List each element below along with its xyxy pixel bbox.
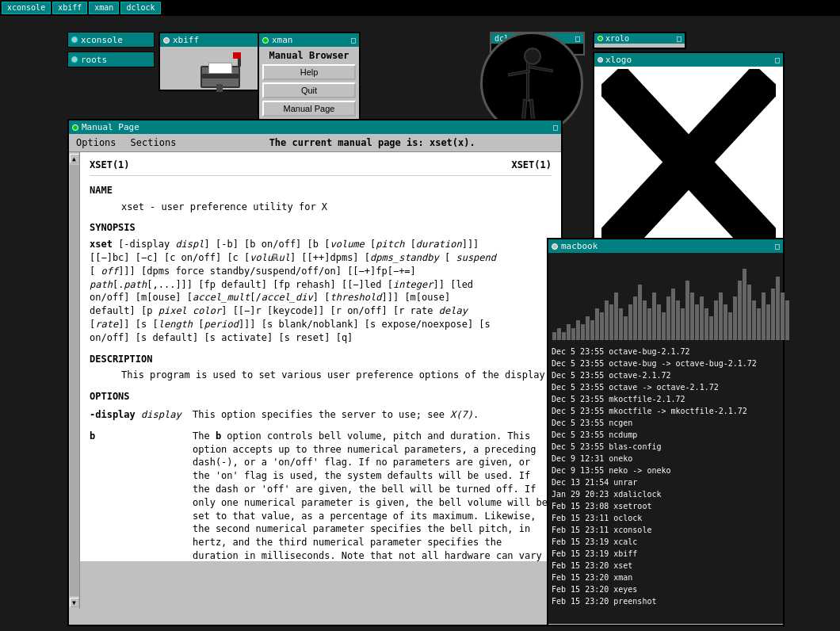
chart-bar [643, 300, 647, 340]
manual-page-window: Manual Page □ Options Sections The curre… [67, 119, 563, 626]
xrolo-dot [598, 36, 603, 41]
name-header: NAME [90, 184, 552, 197]
log-entry: Dec 5 23:55 mkoctfile -> mkoctfile-2.1.7… [552, 405, 780, 417]
xbiff-title: xbiff [173, 35, 199, 45]
manual-page-button[interactable]: Manual Page [262, 101, 356, 117]
manual-page-titlebar: Manual Page □ [69, 120, 561, 134]
xman-label: Manual Browser [262, 50, 356, 61]
taskbar-xbiff[interactable]: xbiff [52, 2, 87, 14]
xlogo-title-text: xlogo [605, 55, 632, 65]
roots-titlebar: roots [68, 52, 154, 67]
chart-bar [657, 304, 661, 340]
log-entry: Jan 29 20:23 xdaliclock [552, 488, 780, 500]
log-entry: Dec 5 23:55 octave-bug-2.1.72 [552, 346, 780, 358]
chart-bar [676, 300, 680, 340]
xlogo-expand-icon[interactable]: □ [775, 55, 780, 64]
name-section: NAME xset - user preference utility for … [90, 184, 552, 214]
macbook-body: Dec 5 23:55 octave-bug-2.1.72Dec 5 23:55… [548, 253, 783, 624]
chart-bar [666, 296, 670, 340]
chart-bar [690, 293, 694, 340]
macbook-chart [548, 261, 783, 340]
chart-bar [704, 308, 708, 340]
scroll-down-btn[interactable]: ▼ [70, 598, 79, 607]
b-option-desc: The b option controls bell volume, pitch… [193, 430, 552, 561]
chart-bar [624, 316, 628, 340]
scroll-up-btn[interactable]: ▲ [70, 154, 79, 163]
xconsole-dot [71, 36, 78, 43]
xrolo-expand-icon[interactable]: □ [677, 34, 682, 43]
log-entry: Dec 9 12:31 oneko [552, 453, 780, 465]
chart-bar [652, 293, 656, 340]
chart-bar [600, 312, 604, 340]
xman-browser-window: xman □ Manual Browser Help Quit Manual P… [258, 32, 361, 127]
xman-body: Manual Browser Help Quit Manual Page [259, 47, 359, 122]
xrolo-window: xrolo □ [593, 32, 686, 49]
chart-bar [724, 304, 727, 340]
xbiff-title-left: xbiff [163, 35, 199, 45]
xbiff-dot [163, 37, 170, 44]
chart-bar [781, 293, 785, 340]
scrollbar-left[interactable]: ▲ ▼ [69, 152, 80, 609]
chart-bar [586, 316, 590, 340]
taskbar-dclock[interactable]: dclock [120, 2, 160, 14]
xlogo-window: xlogo □ [593, 52, 785, 259]
scroll-track[interactable] [70, 165, 79, 596]
chart-bar [562, 332, 566, 340]
macbook-expand-icon[interactable]: □ [775, 242, 780, 250]
page-header: XSET(1) XSET(1) [90, 159, 552, 176]
synopsis-section: SYNOPSIS xset [-display displ] [-b] [b o… [90, 221, 552, 344]
log-entry: Dec 13 21:54 unrar [552, 476, 780, 488]
log-entry: Feb 15 23:19 xcalc [552, 536, 780, 548]
manual-expand-icon[interactable]: □ [553, 123, 558, 132]
mailbox-icon [197, 48, 244, 88]
log-entry: Feb 15 23:20 xset [552, 560, 780, 572]
chart-bar [619, 308, 623, 340]
display-arg: display [141, 409, 181, 420]
chart-bar [747, 285, 751, 340]
synopsis-body: xset [-display displ] [-b] [b on/off] [b… [90, 238, 552, 344]
display-option-desc: This option specifies the server to use;… [193, 408, 479, 422]
chart-bar [685, 281, 689, 340]
x-logo-svg [601, 69, 776, 255]
xman-expand-icon[interactable]: □ [351, 36, 356, 44]
manual-title-text: Manual Page [82, 122, 139, 132]
xman-dot [262, 37, 269, 44]
log-entry: Dec 9 13:55 neko -> oneko [552, 465, 780, 476]
synopsis-text: [-display displ] [-b] [b on/off] [b [vol… [90, 239, 496, 343]
chart-bar [557, 328, 561, 340]
chart-bar [776, 277, 780, 340]
name-desc: xset - user preference utility for X [121, 201, 552, 214]
dclock-expand-icon[interactable]: □ [575, 34, 580, 43]
taskbar-xman[interactable]: xman [89, 2, 119, 14]
log-entry: Dec 5 23:55 blas-config [552, 441, 780, 453]
xman-title-left: xman [262, 35, 293, 45]
log-entry: Feb 15 23:19 xbiff [552, 548, 780, 560]
manual-content[interactable]: XSET(1) XSET(1) NAME xset - user prefere… [80, 152, 561, 561]
display-dash: -display [90, 409, 141, 420]
log-entry: Dec 5 23:55 ncgen [552, 417, 780, 429]
roots-title: roots [81, 55, 107, 65]
taskbar-xconsole[interactable]: xconsole [2, 2, 51, 14]
quit-button[interactable]: Quit [262, 82, 356, 98]
manual-dot [72, 124, 78, 131]
xconsole-window: xconsole [67, 32, 155, 48]
chart-bar [695, 304, 699, 340]
macbook-window: macbook □ Dec 5 23:55 octave-bug-2.1.72D… [547, 238, 785, 626]
manual-status: The current manual page is: xset(x). [183, 134, 561, 151]
log-entry: Feb 15 23:20 xeyes [552, 583, 780, 595]
menu-options[interactable]: Options [69, 134, 124, 151]
chart-bar [709, 316, 713, 340]
chart-bar [633, 296, 637, 340]
menu-sections[interactable]: Sections [124, 134, 184, 151]
manual-menubar: Options Sections The current manual page… [69, 134, 561, 152]
desktop: xconsole xbiff xman dclock xconsole root… [0, 0, 840, 631]
chart-bar [785, 300, 789, 340]
chart-bar [628, 304, 632, 340]
b-label: b [90, 430, 95, 442]
chart-bar [714, 300, 718, 340]
help-button[interactable]: Help [262, 64, 356, 80]
chart-bar [647, 308, 651, 340]
chart-bar [700, 296, 704, 340]
macbook-log[interactable]: Dec 5 23:55 octave-bug-2.1.72Dec 5 23:55… [548, 344, 783, 624]
display-desc-text: This option specifies the server to use;… [193, 409, 479, 420]
